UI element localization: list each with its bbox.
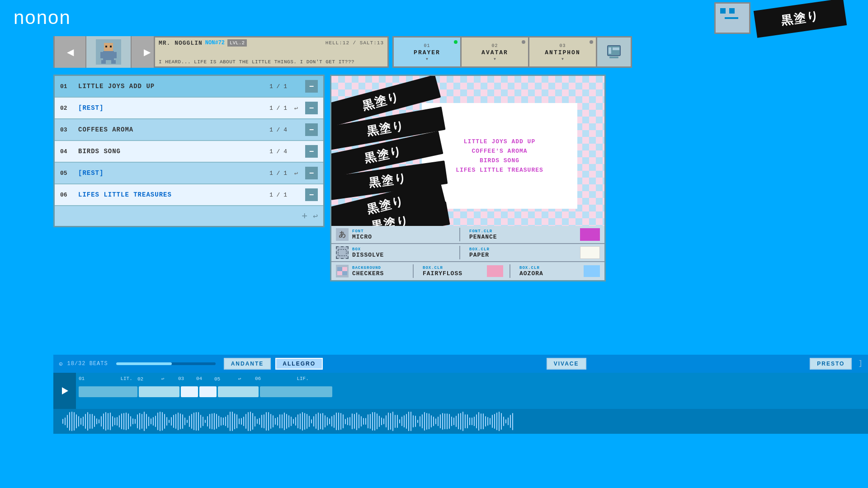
svg-marker-23 — [62, 387, 68, 394]
track-name: BIRDS SONG — [78, 148, 260, 155]
svg-rect-19 — [337, 267, 342, 271]
box-clr-key: BOX.CLR — [469, 247, 573, 252]
preview-line-3: BIRDS SONG — [480, 157, 519, 164]
tempo-allegro[interactable]: ALLEGRO — [275, 358, 323, 370]
track-num: 05 — [60, 170, 74, 177]
tempo-vivace[interactable]: VIVACE — [547, 358, 586, 370]
track-timeline: 01 LIT. 02 ↩ 03 04 05 ↩ 06 LIF. — [53, 373, 868, 409]
preview-line-1: LITTLE JOYS ADD UP — [464, 138, 535, 145]
tab-num-1: 01 — [424, 43, 430, 48]
track-num: 04 — [60, 148, 74, 155]
svg-rect-20 — [342, 267, 347, 271]
tab-num-3: 03 — [559, 43, 566, 48]
bg-clr2-key: BOX.CLR — [519, 266, 576, 270]
bg-clr2-swatch — [584, 265, 600, 277]
divider — [459, 246, 460, 259]
profile-banner: MR. NOGGLIN NON#72 LVL.2 HELL:12 / SALT:… — [154, 36, 389, 68]
tempo-presto[interactable]: PRESTO — [810, 358, 852, 370]
tab-indicator-2 — [522, 40, 525, 44]
track-name: LIFES LITTLE TREASURES — [78, 191, 260, 198]
table-row: 05 [REST] 1 / 1 ↩ − — [55, 163, 323, 184]
tab-avatar[interactable]: 02 AVATAR ▼ — [460, 36, 528, 68]
track-num: 01 — [60, 83, 74, 90]
svg-text:nonon: nonon — [14, 8, 71, 26]
track-minus-btn[interactable]: − — [305, 80, 318, 93]
beats-icon: ⊙ — [59, 360, 62, 368]
tab-antiphon[interactable]: 03 ANTIPHON ▼ — [528, 36, 596, 68]
timeline-segments — [76, 385, 868, 409]
tab-indicator-3 — [590, 40, 593, 44]
waveform: // Generate waveform lines const wf = do… — [53, 409, 868, 434]
track-fraction: 1 / 1 — [264, 105, 287, 112]
svg-rect-3 — [729, 8, 735, 14]
svg-rect-12 — [105, 46, 107, 47]
svg-rect-9 — [111, 60, 116, 64]
timeline-bracket: ] — [858, 360, 863, 368]
bg-clr2-val: AOZORA — [519, 270, 576, 277]
tempo-andante[interactable]: ANDANTE — [224, 358, 271, 370]
svg-rect-7 — [103, 51, 114, 60]
tl-segment-02 — [139, 386, 179, 397]
tab-arrow-3: ▼ — [561, 57, 564, 61]
track-return-btn[interactable]: ↩ — [313, 211, 318, 221]
track-minus-btn[interactable]: − — [305, 145, 318, 158]
bg-clr1-val: FAIRYFLOSS — [423, 270, 480, 277]
prev-button[interactable]: ◀ — [55, 36, 86, 68]
font-color-swatch — [580, 228, 600, 241]
track-fraction: 1 / 1 — [264, 170, 287, 177]
track-fraction: 1 / 4 — [264, 127, 287, 133]
track-name: LITTLE JOYS ADD UP — [78, 83, 260, 90]
track-fraction: 1 / 4 — [264, 148, 287, 155]
corner-image — [714, 2, 750, 34]
track-minus-btn[interactable]: − — [305, 102, 318, 114]
font-icon: あ — [336, 228, 349, 241]
font-clr-val: PENANCE — [469, 234, 573, 240]
box-color-swatch — [580, 246, 600, 259]
box-val: DISSOLVE — [352, 252, 456, 258]
level-badge: LVL.2 — [227, 39, 247, 47]
svg-rect-2 — [720, 8, 726, 14]
tl-label-05: 05 ↩ — [214, 376, 255, 382]
player-sprite — [86, 36, 132, 68]
track-minus-btn[interactable]: − — [305, 123, 318, 136]
tab-label-2: AVATAR — [481, 49, 508, 56]
profile-tag: NON#72 — [205, 40, 225, 46]
play-button[interactable] — [53, 373, 76, 409]
tl-segment-03 — [181, 386, 198, 397]
tab-extra[interactable] — [596, 36, 632, 68]
table-row: 06 LIFES LITTLE TREASURES 1 / 1 − — [55, 184, 323, 206]
divider — [413, 264, 414, 278]
box-key: BOX — [352, 247, 456, 252]
profile-stats: HELL:12 / SALT:13 — [326, 40, 384, 46]
box-setting-group: BOX DISSOLVE — [352, 247, 456, 258]
track-minus-btn[interactable]: − — [305, 167, 318, 179]
table-row: 03 COFFEES AROMA 1 / 4 − — [55, 119, 323, 141]
track-name: [REST] — [78, 169, 260, 177]
settings-row-font: あ FONT MICRO FONT.CLR PENANCE — [331, 226, 604, 244]
tab-indicator-1 — [454, 40, 458, 44]
timeline-labels: 01 LIT. 02 ↩ 03 04 05 ↩ 06 LIF. — [76, 373, 868, 385]
settings-area: あ FONT MICRO FONT.CLR PENANCE BOX DISSOL… — [330, 226, 606, 282]
svg-rect-10 — [100, 52, 104, 58]
divider — [509, 264, 510, 278]
track-num: 03 — [60, 127, 74, 133]
tab-prayer[interactable]: 01 PRAYER ▼ — [392, 36, 460, 68]
svg-rect-4 — [725, 17, 738, 19]
tl-segment-01 — [79, 386, 137, 397]
track-minus-btn[interactable]: − — [305, 188, 318, 201]
divider — [459, 228, 460, 241]
beats-progress — [116, 362, 216, 365]
tab-label-3: ANTIPHON — [545, 49, 580, 56]
svg-rect-17 — [613, 47, 619, 50]
track-fraction: 1 / 1 — [264, 192, 287, 198]
tl-segment-04 — [199, 386, 217, 397]
add-track-button[interactable]: + — [302, 210, 307, 222]
svg-rect-8 — [101, 60, 106, 64]
track-num: 06 — [60, 192, 74, 198]
track-name: [REST] — [78, 104, 260, 112]
bg-setting-group: BACKGROUND CHECKERS — [352, 266, 409, 277]
beats-label: 18/32 BEATS — [67, 361, 108, 367]
bg-clr1-group: BOX.CLR FAIRYFLOSS — [423, 266, 480, 277]
font-val: MICRO — [352, 234, 456, 240]
tl-segment-05 — [218, 386, 259, 397]
